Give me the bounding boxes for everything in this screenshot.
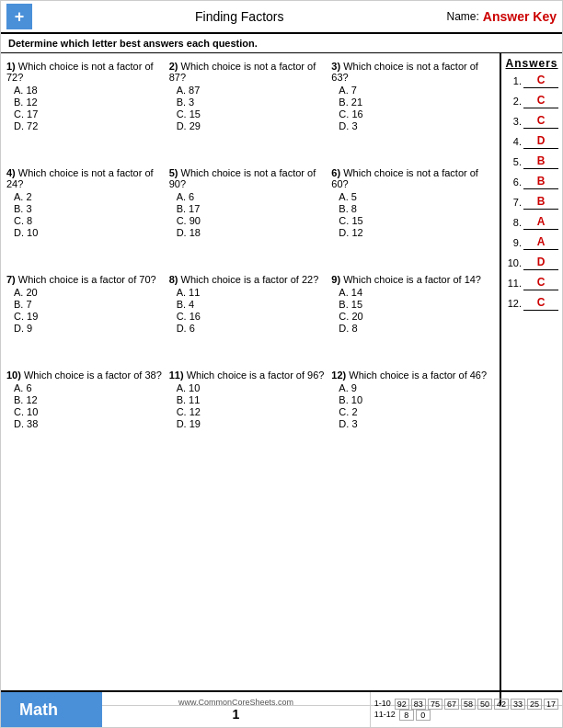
q11-choices: A. 10 B. 11 C. 12 D. 19 — [169, 382, 327, 429]
stats-row-1: 1-10 92 83 75 67 58 50 42 33 25 17 — [374, 699, 558, 710]
answer-num-1: 1. — [505, 75, 522, 86]
answer-num-6: 6. — [505, 176, 522, 188]
q3-num: 3) — [331, 61, 340, 72]
answer-value-12: C — [523, 296, 558, 311]
q4-choice-c: C. 8 — [14, 215, 164, 226]
q9-header: 9) Which choice is a factor of 14? — [331, 274, 488, 285]
q6-choice-b: B. 8 — [339, 203, 488, 214]
q6-header: 6) Which choice is not a factor of 60? — [331, 167, 488, 189]
page: + Finding Factors Name: Answer Key Deter… — [0, 0, 563, 728]
q3-choice-a: A. 7 — [339, 85, 488, 96]
answer-num-7: 7. — [505, 197, 522, 208]
q11-text: Which choice is a factor of 96? — [187, 370, 325, 381]
stat-33: 33 — [511, 699, 525, 710]
answer-value-11: C — [523, 276, 558, 290]
stat-83: 83 — [411, 699, 426, 710]
q7-choices: A. 20 B. 7 C. 19 D. 9 — [6, 287, 164, 334]
answer-item-10: 10. D — [505, 256, 558, 270]
q11-num: 11) — [169, 370, 184, 381]
q1-choices: A. 18 B. 12 C. 17 D. 72 — [6, 85, 164, 131]
q3-choice-c: C. 16 — [339, 108, 488, 119]
answer-value-9: A — [523, 235, 558, 250]
q11-choice-b: B. 11 — [177, 394, 327, 405]
answer-num-11: 11. — [505, 278, 522, 289]
answer-value-10: D — [523, 256, 558, 270]
answer-item-3: 3. C — [505, 114, 558, 129]
answer-item-6: 6. B — [505, 175, 558, 189]
q3-text: Which choice is not a factor of 63? — [331, 61, 478, 83]
q10-choice-a: A. 6 — [14, 382, 164, 393]
question-6: 6) Which choice is not a factor of 60? A… — [331, 167, 494, 239]
answer-item-12: 12. C — [505, 296, 558, 311]
question-row-4: 10) Which choice is a factor of 38? A. 6… — [6, 370, 494, 430]
answer-item-8: 8. A — [505, 215, 558, 230]
q7-choice-a: A. 20 — [14, 287, 164, 298]
answer-num-3: 3. — [505, 116, 522, 127]
q8-header: 8) Which choice is a factor of 22? — [169, 274, 327, 285]
q9-choice-b: B. 15 — [339, 299, 488, 310]
q4-num: 4) — [6, 167, 16, 178]
q7-choice-b: B. 7 — [14, 299, 164, 310]
answer-item-9: 9. A — [505, 235, 558, 250]
q8-num: 8) — [169, 274, 178, 285]
stat-58: 58 — [461, 699, 476, 710]
stat-50: 50 — [477, 699, 492, 710]
question-2: 2) Which choice is not a factor of 87? A… — [169, 61, 332, 132]
q2-choice-c: C. 15 — [177, 108, 327, 119]
q3-choice-b: B. 21 — [339, 97, 488, 108]
answer-num-8: 8. — [505, 217, 522, 228]
question-row-3: 7) Which choice is a factor of 70? A. 20… — [6, 274, 494, 335]
answer-num-2: 2. — [505, 96, 522, 107]
q4-text: Which choice is not a factor of 24? — [6, 167, 154, 189]
q1-choice-b: B. 12 — [14, 97, 164, 108]
q1-text: Which choice is not a factor of 72? — [6, 61, 154, 83]
q8-choice-b: B. 4 — [177, 299, 327, 310]
answer-item-7: 7. B — [505, 195, 558, 210]
stat-8: 8 — [399, 710, 414, 721]
q7-choice-d: D. 9 — [14, 323, 164, 334]
q9-choices: A. 14 B. 15 C. 20 D. 8 — [331, 287, 488, 334]
q7-text: Which choice is a factor of 70? — [18, 274, 156, 285]
answer-value-2: C — [523, 94, 558, 108]
question-10: 10) Which choice is a factor of 38? A. 6… — [6, 370, 169, 430]
footer-url: www.CommonCoreSheets.com — [178, 698, 293, 707]
stat-67: 67 — [444, 699, 459, 710]
q9-num: 9) — [331, 274, 340, 285]
q10-choices: A. 6 B. 12 C. 10 D. 38 — [6, 382, 164, 429]
q10-num: 10) — [6, 370, 21, 381]
stat-17: 17 — [544, 699, 558, 710]
q1-header: 1) Which choice is not a factor of 72? — [6, 61, 164, 83]
answer-key-label: Answer Key — [483, 9, 557, 24]
q4-choices: A. 2 B. 3 C. 8 D. 10 — [6, 191, 164, 238]
question-8: 8) Which choice is a factor of 22? A. 11… — [169, 274, 332, 335]
footer-math-label: Math — [1, 692, 102, 727]
q4-choice-b: B. 3 — [14, 203, 164, 214]
answer-item-5: 5. B — [505, 154, 558, 169]
q6-num: 6) — [331, 167, 340, 178]
q4-header: 4) Which choice is not a factor of 24? — [6, 167, 164, 189]
answer-num-9: 9. — [505, 237, 522, 248]
footer-stats: 1-10 92 83 75 67 58 50 42 33 25 17 11-12… — [370, 692, 562, 727]
question-9: 9) Which choice is a factor of 14? A. 14… — [331, 274, 494, 335]
footer: Math www.CommonCoreSheets.com 1 1-10 92 … — [1, 690, 562, 727]
q2-text: Which choice is not a factor of 87? — [169, 61, 316, 83]
q10-text: Which choice is a factor of 38? — [24, 370, 162, 381]
stat-25: 25 — [527, 699, 542, 710]
stats-range-2: 11-12 — [374, 710, 396, 721]
q5-choice-c: C. 90 — [177, 215, 327, 226]
q5-choice-d: D. 18 — [177, 227, 327, 238]
q8-choice-d: D. 6 — [177, 323, 327, 334]
header: + Finding Factors Name: Answer Key — [1, 1, 562, 34]
answer-value-6: B — [523, 175, 558, 189]
q5-text: Which choice is not a factor of 90? — [169, 167, 316, 189]
stats-range-1: 1-10 — [374, 699, 391, 710]
q11-choice-d: D. 19 — [177, 418, 327, 429]
q10-choice-d: D. 38 — [14, 418, 164, 429]
q1-num: 1) — [6, 61, 16, 72]
answer-num-5: 5. — [505, 156, 522, 167]
q7-header: 7) Which choice is a factor of 70? — [6, 274, 164, 285]
question-row-2: 4) Which choice is not a factor of 24? A… — [6, 167, 494, 239]
stat-42: 42 — [494, 699, 509, 710]
question-11: 11) Which choice is a factor of 96? A. 1… — [169, 370, 332, 430]
answers-title: Answers — [505, 57, 558, 70]
